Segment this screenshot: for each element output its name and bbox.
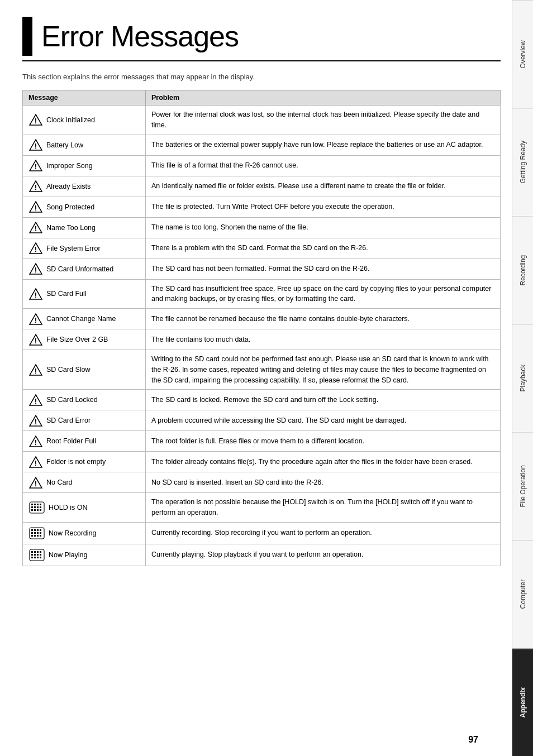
message-cell: ! File System Error <box>23 238 146 259</box>
svg-rect-45 <box>40 506 41 508</box>
message-label: HOLD is ON <box>49 504 87 511</box>
message-label: SD Card Unformatted <box>46 265 113 273</box>
message-cell: ! SD Card Error <box>23 410 146 431</box>
table-row: ! Already ExistsAn identically named fil… <box>23 176 501 197</box>
warning-icon: ! <box>28 333 43 346</box>
message-label: SD Card Locked <box>46 396 98 404</box>
hold-icon <box>28 501 45 514</box>
problem-cell: Power for the internal clock was lost, s… <box>146 106 501 135</box>
warning-icon: ! <box>28 435 43 447</box>
problem-cell: No SD card is inserted. Insert an SD car… <box>146 472 501 493</box>
message-label: Folder is not empty <box>46 458 106 466</box>
svg-text:!: ! <box>35 183 37 192</box>
sidebar-tab-computer[interactable]: Computer <box>512 540 534 648</box>
svg-rect-42 <box>37 506 39 508</box>
svg-rect-71 <box>40 554 41 556</box>
warning-icon: ! <box>28 180 43 193</box>
svg-text:!: ! <box>35 266 37 274</box>
svg-rect-67 <box>37 551 39 553</box>
svg-rect-62 <box>31 554 33 556</box>
svg-rect-66 <box>34 557 36 558</box>
problem-cell: The file is protected. Turn Write Protec… <box>146 197 501 217</box>
svg-rect-58 <box>40 532 41 534</box>
message-cell-content: ! SD Card Full <box>28 288 140 300</box>
intro-text: This section explains the error messages… <box>22 73 501 81</box>
warning-icon: ! <box>28 160 43 172</box>
message-cell: ! Folder is not empty <box>23 452 146 472</box>
message-cell-content: ! Root Folder Full <box>28 435 140 447</box>
svg-rect-49 <box>31 532 33 534</box>
problem-cell: The name is too long. Shorten the name o… <box>146 217 501 238</box>
svg-text:!: ! <box>35 245 37 253</box>
table-row: ! SD Card LockedThe SD card is locked. R… <box>23 390 501 410</box>
problem-cell: The folder already contains file(s). Try… <box>146 452 501 472</box>
sidebar-tab-recording[interactable]: Recording <box>512 216 534 324</box>
message-label: Name Too Long <box>46 224 96 232</box>
message-cell-content: ! Battery Low <box>28 139 140 151</box>
message-cell-content: ! Clock Initialized <box>28 114 140 126</box>
title-bar: Error Messages <box>22 17 501 61</box>
problem-cell: Writing to the SD card could not be perf… <box>146 350 501 390</box>
svg-rect-50 <box>31 535 33 537</box>
svg-text:!: ! <box>35 397 37 405</box>
warning-icon: ! <box>28 242 43 255</box>
svg-rect-72 <box>40 557 41 558</box>
page-container: Error Messages This section explains the… <box>0 0 533 756</box>
message-cell: Now Recording <box>23 522 146 544</box>
svg-rect-63 <box>31 557 33 558</box>
table-row: ! SD Card FullThe SD card has insufficie… <box>23 279 501 309</box>
message-label: SD Card Error <box>46 417 91 424</box>
message-label: Song Protected <box>46 203 94 211</box>
sidebar-tab-playback[interactable]: Playback <box>512 324 534 432</box>
hold-icon <box>28 527 45 540</box>
table-row: ! Improper SongThis file is of a format … <box>23 155 501 176</box>
svg-rect-52 <box>34 532 36 534</box>
message-label: Already Exists <box>46 183 91 190</box>
warning-icon: ! <box>28 414 43 427</box>
problem-cell: The operation is not possible because th… <box>146 493 501 523</box>
svg-rect-53 <box>34 535 36 537</box>
sidebar-tab-appendix[interactable]: Appendix <box>512 648 534 756</box>
message-cell: ! Clock Initialized <box>23 106 146 135</box>
message-cell-content: ! File System Error <box>28 242 140 255</box>
message-cell: ! SD Card Full <box>23 279 146 309</box>
problem-cell: This file is of a format that the R-26 c… <box>146 155 501 176</box>
svg-rect-46 <box>40 509 41 511</box>
page-number: 97 <box>468 735 478 745</box>
problem-cell: There is a problem with the SD card. For… <box>146 238 501 259</box>
col-header-problem: Problem <box>146 90 501 106</box>
svg-rect-38 <box>34 504 36 505</box>
message-label: Now Playing <box>49 551 87 559</box>
table-row: ! Root Folder FullThe root folder is ful… <box>23 431 501 452</box>
svg-rect-41 <box>37 504 39 505</box>
message-cell-content: HOLD is ON <box>28 501 140 514</box>
problem-cell: Currently recording. Stop recording if y… <box>146 522 501 544</box>
svg-rect-65 <box>34 554 36 556</box>
svg-rect-40 <box>34 509 36 511</box>
message-cell: ! SD Card Slow <box>23 350 146 390</box>
table-row: ! File System ErrorThere is a problem wi… <box>23 238 501 259</box>
svg-rect-54 <box>37 529 39 531</box>
svg-rect-37 <box>31 509 33 511</box>
table-row: ! Battery LowThe batteries or the extern… <box>23 135 501 155</box>
svg-rect-64 <box>34 551 36 553</box>
sidebar-tab-getting-ready[interactable]: Getting Ready <box>512 108 534 216</box>
message-label: SD Card Full <box>46 290 87 298</box>
sidebar-tab-file-operation[interactable]: File Operation <box>512 432 534 540</box>
warning-icon: ! <box>28 139 43 151</box>
message-cell-content: Now Recording <box>28 527 140 540</box>
problem-cell: An identically named file or folder exis… <box>146 176 501 197</box>
table-row: ! SD Card ErrorA problem occurred while … <box>23 410 501 431</box>
sidebar-tab-overview[interactable]: Overview <box>512 0 534 108</box>
svg-rect-57 <box>40 529 41 531</box>
problem-cell: The batteries or the external power supp… <box>146 135 501 155</box>
table-row: Now PlayingCurrently playing. Stop playb… <box>23 544 501 566</box>
problem-cell: The file contains too much data. <box>146 329 501 350</box>
message-cell: ! Improper Song <box>23 155 146 176</box>
message-cell-content: ! Cannot Change Name <box>28 313 140 325</box>
table-row: ! Name Too LongThe name is too long. Sho… <box>23 217 501 238</box>
message-label: Cannot Change Name <box>46 315 116 323</box>
warning-icon: ! <box>28 313 43 325</box>
message-cell-content: ! No Card <box>28 476 140 489</box>
svg-text:!: ! <box>35 480 37 488</box>
